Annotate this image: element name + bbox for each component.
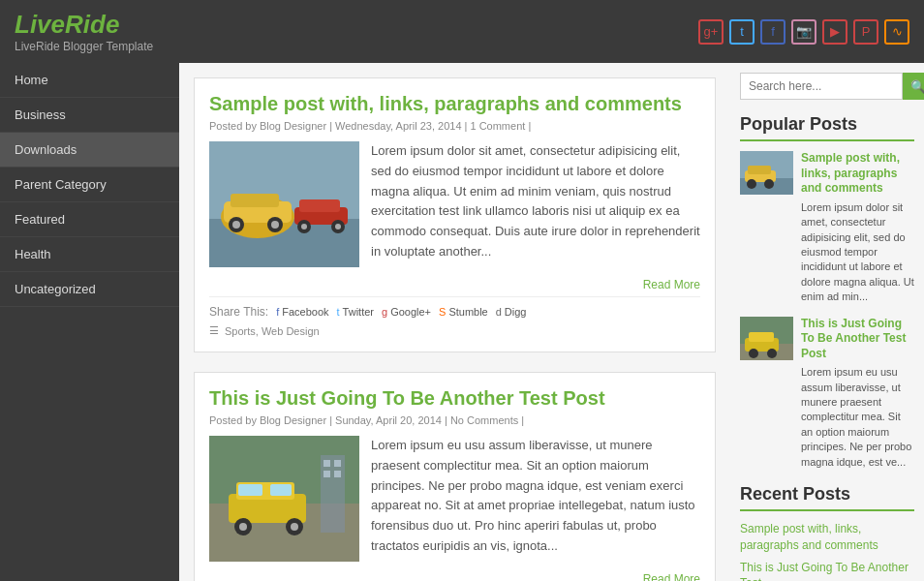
post-1-read-more-link[interactable]: Read More <box>643 278 700 291</box>
popular-post-2-text: Lorem ipsum eu usu assum liberavisse, ut… <box>801 365 914 470</box>
popular-post-2-content: This is Just Going To Be Another Test Po… <box>801 317 914 471</box>
svg-point-6 <box>232 221 240 229</box>
svg-rect-10 <box>299 199 340 212</box>
svg-rect-38 <box>748 166 771 174</box>
search-input[interactable] <box>740 73 903 100</box>
post-2-title-link[interactable]: This is Just Going To Be Another Test Po… <box>209 387 605 409</box>
category-icon: ☰ <box>209 324 219 337</box>
post-1-share-bar: Share This: f Facebook t Twitter g Googl… <box>209 296 700 319</box>
popular-posts-title: Popular Posts <box>740 114 914 141</box>
main-content: Sample post with, links, paragraphs and … <box>179 63 730 581</box>
post-1-share-label: Share This: <box>209 305 268 319</box>
facebook-icon[interactable]: f <box>760 19 785 45</box>
svg-rect-27 <box>334 460 341 467</box>
site-header: LiveRide LiveRide Blogger Template g+ t … <box>0 0 924 63</box>
svg-rect-28 <box>323 471 330 477</box>
post-1-googleplus-btn[interactable]: g Google+ <box>382 306 431 318</box>
svg-rect-26 <box>323 460 330 467</box>
post-2-read-more[interactable]: Read More <box>209 571 700 581</box>
popular-post-1-thumbnail <box>740 151 793 195</box>
post-2-title[interactable]: This is Just Going To Be Another Test Po… <box>209 387 700 410</box>
svg-rect-29 <box>334 471 341 477</box>
svg-point-8 <box>271 221 279 229</box>
site-subtitle: LiveRide Blogger Template <box>15 40 153 53</box>
svg-point-24 <box>291 523 298 531</box>
sidebar-item-home[interactable]: Home <box>0 63 179 98</box>
header-branding: LiveRide LiveRide Blogger Template <box>15 10 153 53</box>
post-1-title[interactable]: Sample post with, links, paragraphs and … <box>209 93 700 115</box>
svg-rect-4 <box>231 194 279 207</box>
popular-post-1: Sample post with, links, paragraphs and … <box>740 151 914 305</box>
svg-point-46 <box>767 349 777 358</box>
post-1-text: Lorem ipsum dolor sit amet, consectetur … <box>371 141 700 267</box>
google-plus-icon[interactable]: g+ <box>698 19 724 45</box>
popular-post-2: This is Just Going To Be Another Test Po… <box>740 317 914 471</box>
popular-post-2-thumbnail <box>740 317 793 360</box>
recent-posts-title: Recent Posts <box>740 484 914 511</box>
post-1-title-link[interactable]: Sample post with, links, paragraphs and … <box>209 93 682 114</box>
sidebar-item-business[interactable]: Business <box>0 98 179 133</box>
post-2-meta: Posted by Blog Designer | Sunday, April … <box>209 414 700 426</box>
post-2-read-more-link[interactable]: Read More <box>643 572 700 581</box>
popular-post-1-title[interactable]: Sample post with, links, paragraphs and … <box>801 151 914 197</box>
post-2-text: Lorem ipsum eu usu assum liberavisse, ut… <box>371 436 700 562</box>
left-sidebar: Home Business Downloads Parent Category … <box>0 63 179 581</box>
sidebar-item-downloads[interactable]: Downloads <box>0 133 179 168</box>
stumble-share-icon: S <box>439 306 446 318</box>
googleplus-share-icon: g <box>382 306 387 318</box>
post-1-digg-btn[interactable]: d Digg <box>496 306 527 318</box>
search-button[interactable]: 🔍 <box>903 73 924 100</box>
svg-rect-19 <box>238 484 262 496</box>
post-1-facebook-btn[interactable]: f Facebook <box>276 306 328 318</box>
post-1-thumbnail <box>209 141 359 267</box>
youtube-icon[interactable]: ▶ <box>822 19 847 45</box>
sidebar-item-health[interactable]: Health <box>0 237 179 272</box>
popular-post-1-content: Sample post with, links, paragraphs and … <box>801 151 914 305</box>
svg-point-39 <box>747 179 756 189</box>
svg-point-22 <box>239 523 247 531</box>
twitter-share-icon: t <box>337 306 340 318</box>
svg-point-40 <box>764 179 774 189</box>
svg-rect-44 <box>749 332 774 342</box>
post-1-read-more[interactable]: Read More <box>209 277 700 291</box>
svg-point-45 <box>749 349 758 358</box>
site-title: LiveRide <box>15 10 153 40</box>
sidebar-item-featured[interactable]: Featured <box>0 202 179 237</box>
recent-posts-section: Recent Posts Sample post with, links, pa… <box>740 484 914 581</box>
post-1: Sample post with, links, paragraphs and … <box>194 77 716 352</box>
svg-point-12 <box>301 224 307 229</box>
digg-share-icon: d <box>496 306 502 318</box>
post-1-stumble-btn[interactable]: S Stumble <box>439 306 488 318</box>
post-2-content-wrap: Lorem ipsum eu usu assum liberavisse, ut… <box>209 436 700 562</box>
post-1-twitter-btn[interactable]: t Twitter <box>337 306 374 318</box>
right-sidebar: 🔍 Popular Posts Sample post with, links,… <box>730 63 924 581</box>
sidebar-item-parent-category[interactable]: Parent Category <box>0 168 179 202</box>
pinterest-icon[interactable]: P <box>853 19 878 45</box>
recent-post-2-link[interactable]: This is Just Going To Be Another Test <box>740 560 914 581</box>
post-1-meta: Posted by Blog Designer | Wednesday, Apr… <box>209 120 700 132</box>
post-2: This is Just Going To Be Another Test Po… <box>194 372 716 581</box>
twitter-icon[interactable]: t <box>729 19 755 45</box>
popular-post-1-text: Lorem ipsum dolor sit amet, consectetur … <box>801 200 914 305</box>
search-box: 🔍 <box>740 73 914 100</box>
sidebar-item-uncategorized[interactable]: Uncategorized <box>0 272 179 307</box>
post-1-content-wrap: Lorem ipsum dolor sit amet, consectetur … <box>209 141 700 267</box>
post-1-category-label: Sports, Web Design <box>225 325 320 337</box>
facebook-share-icon: f <box>276 306 279 318</box>
post-1-categories: ☰ Sports, Web Design <box>209 324 700 337</box>
svg-rect-20 <box>270 484 292 496</box>
post-2-thumbnail <box>209 436 359 562</box>
svg-point-14 <box>335 224 341 229</box>
main-layout: Home Business Downloads Parent Category … <box>0 63 924 581</box>
social-icons-bar: g+ t f 📷 ▶ P ∿ <box>698 19 909 45</box>
recent-post-1-link[interactable]: Sample post with, links, paragraphs and … <box>740 521 914 554</box>
instagram-icon[interactable]: 📷 <box>791 19 816 45</box>
rss-icon[interactable]: ∿ <box>884 19 909 45</box>
popular-post-2-title[interactable]: This is Just Going To Be Another Test Po… <box>801 317 914 362</box>
